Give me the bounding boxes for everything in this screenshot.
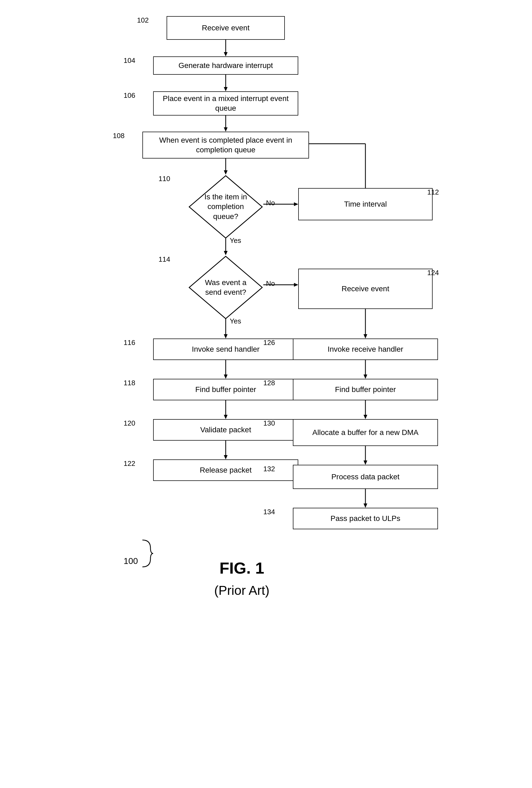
ref-104: 104	[124, 56, 135, 65]
node-102: Receive event	[166, 16, 285, 40]
node-122: Release packet	[153, 459, 298, 481]
svg-marker-22	[224, 415, 228, 419]
diagram: Receive event 102 Generate hardware inte…	[0, 0, 532, 788]
ref-124: 124	[427, 269, 439, 277]
svg-marker-1	[224, 52, 228, 56]
ref-120: 120	[124, 419, 135, 428]
node-126: Invoke receive handler	[293, 338, 438, 360]
svg-marker-3	[224, 87, 228, 91]
node-112: Time interval	[298, 188, 433, 220]
ref-108: 108	[113, 132, 124, 140]
yes-label-114: Yes	[230, 317, 241, 326]
svg-marker-28	[363, 375, 367, 379]
node-104: Generate hardware interrupt	[153, 56, 298, 75]
ref-132: 132	[263, 465, 275, 473]
ref-128: 128	[263, 379, 275, 387]
ref-102: 102	[137, 16, 149, 24]
curly-label-100: 100	[124, 556, 138, 566]
node-110: Is the item in completion queue?	[188, 175, 263, 239]
ref-130: 130	[263, 419, 275, 428]
node-108: When event is completed place event in c…	[142, 132, 309, 158]
svg-marker-18	[224, 334, 228, 338]
no-label-114: No	[266, 279, 275, 288]
node-120: Validate packet	[153, 419, 298, 440]
node-118: Find buffer pointer	[153, 379, 298, 400]
node-106: Place event in a mixed interrupt event q…	[153, 91, 298, 116]
svg-marker-9	[294, 202, 298, 206]
fig-title: FIG. 1	[161, 559, 322, 577]
node-114: Was event a send event?	[188, 255, 263, 320]
node-116: Invoke send handler	[153, 338, 298, 360]
svg-marker-26	[363, 334, 367, 338]
svg-marker-14	[224, 251, 228, 255]
fig-subtitle: (Prior Art)	[145, 583, 338, 598]
ref-110: 110	[159, 175, 170, 183]
svg-marker-30	[363, 415, 367, 419]
svg-marker-32	[363, 460, 367, 465]
ref-112: 112	[427, 188, 439, 196]
svg-marker-7	[224, 170, 228, 175]
node-128: Find buffer pointer	[293, 379, 438, 400]
node-134: Pass packet to ULPs	[293, 508, 438, 529]
node-124: Receive event	[298, 269, 433, 309]
yes-label-110: Yes	[230, 236, 241, 245]
svg-marker-20	[224, 375, 228, 379]
ref-122: 122	[124, 459, 135, 468]
node-132: Process data packet	[293, 465, 438, 489]
ref-106: 106	[124, 91, 135, 100]
svg-marker-34	[363, 504, 367, 508]
ref-116: 116	[124, 338, 135, 347]
ref-126: 126	[263, 338, 275, 347]
node-130: Allocate a buffer for a new DMA	[293, 419, 438, 446]
ref-134: 134	[263, 508, 275, 516]
svg-marker-5	[224, 127, 228, 132]
ref-118: 118	[124, 379, 135, 387]
ref-114: 114	[159, 255, 170, 263]
svg-marker-16	[294, 283, 298, 287]
no-label-110: No	[266, 199, 275, 207]
svg-marker-24	[224, 455, 228, 459]
